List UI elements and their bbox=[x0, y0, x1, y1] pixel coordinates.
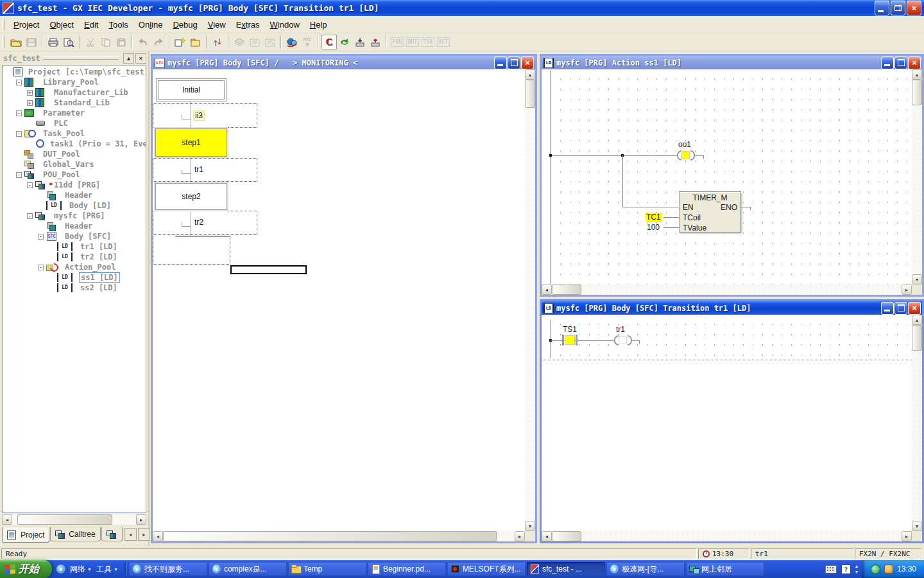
ie-icon[interactable]: e bbox=[56, 565, 65, 574]
sfc-diagram[interactable]: Initial ii3 tr1 tr2 step1 step2 bbox=[153, 69, 525, 531]
tree-item-label[interactable]: Parameter bbox=[42, 109, 86, 118]
taskbar-task-button[interactable]: sfc_test - ... bbox=[527, 562, 605, 576]
scroll-thumb[interactable] bbox=[552, 531, 581, 541]
menu-item[interactable]: Object bbox=[44, 17, 79, 32]
tree-expander[interactable]: - bbox=[38, 234, 44, 240]
tree-expander[interactable]: - bbox=[16, 80, 22, 85]
scroll-down-button[interactable]: ▾ bbox=[912, 274, 922, 285]
taskbar-task-button[interactable]: complex是... bbox=[209, 562, 287, 576]
tree-item[interactable]: Body [LD] bbox=[3, 200, 146, 211]
transition-minimize-button[interactable] bbox=[881, 302, 894, 315]
monitoring-mode-button[interactable]: C bbox=[321, 35, 337, 49]
scroll-left-button[interactable]: ◂ bbox=[542, 285, 552, 295]
tree-item[interactable]: ss1 [LD] bbox=[3, 272, 146, 283]
upload-plc-button[interactable] bbox=[368, 35, 383, 49]
tree-item[interactable]: - Task_Pool bbox=[3, 128, 146, 139]
sfc-step-active[interactable]: step1 bbox=[155, 128, 227, 157]
tree-item[interactable]: - Parameter bbox=[3, 108, 146, 118]
print-preview-button[interactable] bbox=[61, 35, 76, 49]
transition-window-titlebar[interactable]: mysfc [PRG] Body [SFC] Transition tr1 [L… bbox=[542, 301, 922, 315]
panel-close-button[interactable]: × bbox=[135, 53, 146, 64]
print-button[interactable] bbox=[46, 35, 61, 49]
menu-item[interactable]: Help bbox=[305, 17, 332, 32]
contact-symbol[interactable] bbox=[562, 335, 564, 346]
tray-app-icon[interactable] bbox=[884, 565, 893, 574]
tree-item-label[interactable]: Manufacturer_Lib bbox=[53, 88, 130, 97]
scroll-left-button[interactable]: ◂ bbox=[542, 531, 552, 541]
scroll-up-button[interactable]: ▴ bbox=[525, 69, 535, 80]
open-button[interactable] bbox=[8, 35, 24, 49]
tree-item-label[interactable]: ss2 [LD] bbox=[79, 283, 119, 292]
sfc-initial-step[interactable]: Initial bbox=[156, 78, 227, 101]
menu-item[interactable]: Online bbox=[133, 17, 168, 32]
tree-item-label[interactable]: task1 (Prio = 31, Event bbox=[49, 139, 146, 148]
tree-item[interactable]: - Body [SFC] bbox=[3, 231, 146, 241]
coil-symbol[interactable] bbox=[677, 150, 681, 161]
scroll-right-button[interactable]: ▸ bbox=[515, 531, 525, 541]
scroll-thumb[interactable] bbox=[552, 285, 581, 295]
menu-item[interactable]: Window bbox=[265, 17, 305, 32]
close-button[interactable]: × bbox=[907, 1, 921, 15]
sfc-transition-label[interactable]: tr1 bbox=[193, 165, 205, 174]
sfc-transition-cell[interactable] bbox=[153, 103, 257, 128]
tree-item[interactable]: Global_Vars bbox=[3, 159, 146, 170]
menu-item[interactable]: Extras bbox=[231, 17, 265, 32]
tree-expander[interactable]: - bbox=[38, 265, 44, 270]
tree-expander[interactable]: + bbox=[27, 90, 33, 96]
coil-symbol[interactable] bbox=[614, 335, 619, 346]
restore-button[interactable] bbox=[891, 1, 905, 15]
tree-item[interactable]: Project [c:\Temp\sfc_test] bbox=[3, 67, 146, 77]
sfc-vscrollbar[interactable]: ▴ ▾ bbox=[525, 69, 535, 531]
tree-item[interactable]: task1 (Prio = 31, Event bbox=[3, 139, 146, 149]
operand-tvalue[interactable]: 100 bbox=[647, 223, 660, 232]
help-icon[interactable]: ? bbox=[841, 565, 851, 574]
tree-hscrollbar[interactable]: ◂ ▸ bbox=[2, 514, 146, 525]
action-minimize-button[interactable] bbox=[881, 57, 894, 69]
scroll-right-button[interactable]: ▸ bbox=[902, 285, 912, 295]
tree-item[interactable]: PLC bbox=[3, 118, 146, 128]
coil-label[interactable]: tr1 bbox=[616, 325, 625, 334]
tree-item[interactable]: tr1 [LD] bbox=[3, 241, 146, 252]
tree-item-label[interactable]: 11dd [PRG] bbox=[53, 180, 101, 189]
tree-expander[interactable]: - bbox=[16, 172, 22, 178]
tree-item-label[interactable]: DUT_Pool bbox=[42, 150, 81, 159]
scroll-left-button[interactable]: ◂ bbox=[153, 531, 163, 541]
sfc-close-button[interactable]: × bbox=[521, 57, 534, 69]
scroll-down-button[interactable]: ▾ bbox=[912, 521, 922, 531]
online-cycle-button[interactable] bbox=[337, 35, 352, 49]
operand-tcoil[interactable]: TC1 bbox=[646, 213, 662, 222]
scroll-down-button[interactable]: ▾ bbox=[525, 521, 535, 531]
tree-item[interactable]: ss2 [LD] bbox=[3, 283, 146, 293]
tree-item-label[interactable]: Project [c:\Temp\sfc_test] bbox=[27, 67, 146, 76]
sort-updown-button[interactable] bbox=[210, 35, 225, 49]
tree-item[interactable]: Header bbox=[3, 190, 146, 200]
scroll-right-button[interactable]: ▸ bbox=[136, 514, 146, 525]
sfc-empty-cell[interactable] bbox=[153, 236, 230, 265]
tray-collapse-icon[interactable]: ▴▾ bbox=[855, 563, 858, 575]
sfc-selection-rect[interactable] bbox=[230, 265, 307, 274]
tree-item[interactable]: + Manufacturer_Lib bbox=[3, 87, 146, 98]
tree-item-label[interactable]: Standard_Lib bbox=[53, 98, 111, 107]
taskbar-task-button[interactable]: MELSOFT系列... bbox=[447, 562, 526, 576]
transition-vscrollbar[interactable]: ▴ ▾ bbox=[912, 315, 922, 531]
scroll-thumb[interactable] bbox=[525, 80, 535, 108]
menu-item[interactable]: Debug bbox=[167, 17, 202, 32]
sfc-maximize-button[interactable] bbox=[508, 57, 520, 69]
action-maximize-button[interactable] bbox=[894, 57, 907, 69]
action-window-titlebar[interactable]: mysfc [PRG] Action ss1 [LD] × bbox=[542, 56, 922, 69]
panel-collapse-button[interactable]: ▲ bbox=[123, 53, 134, 64]
tree-item[interactable]: + Standard_Lib bbox=[3, 98, 146, 108]
tree-expander[interactable]: - bbox=[27, 213, 33, 219]
menu-item[interactable]: Project bbox=[8, 17, 44, 32]
tree-item-label[interactable]: Header bbox=[64, 191, 94, 200]
quicklaunch-network[interactable]: 网络▼ bbox=[70, 564, 92, 575]
tree-item[interactable]: - POU_Pool bbox=[3, 170, 146, 180]
sfc-transition-label[interactable]: ii3 bbox=[193, 110, 205, 121]
tray-status-icon[interactable] bbox=[871, 565, 880, 574]
tree-expander[interactable]: - bbox=[16, 131, 22, 137]
action-vscrollbar[interactable]: ▴ ▾ bbox=[912, 69, 922, 285]
tray-clock[interactable]: 13:30 bbox=[897, 565, 916, 574]
scroll-right-button[interactable]: ▸ bbox=[902, 531, 912, 541]
action-close-button[interactable]: × bbox=[908, 57, 921, 69]
tree-item-label[interactable]: mysfc [PRG] bbox=[53, 211, 106, 220]
